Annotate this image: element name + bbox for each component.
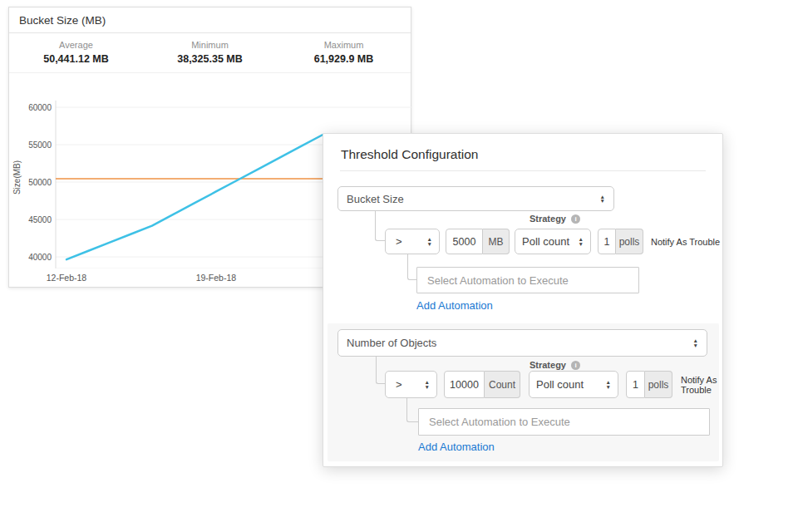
stat-label: Minimum	[143, 40, 277, 50]
strategy-label-row: Strategy i	[337, 213, 580, 224]
screen: Bucket Size (MB) Average 50,441.12 MB Mi…	[0, 0, 798, 532]
select-spinner-icon: ▲▼	[425, 380, 430, 389]
select-automation-field[interactable]: Select Automation to Execute	[416, 267, 639, 293]
chart-stats-row: Average 50,441.12 MB Minimum 38,325.35 M…	[9, 33, 411, 73]
stat-label: Maximum	[277, 40, 411, 50]
select-spinner-icon: ▲▼	[427, 237, 432, 246]
tree-connector	[407, 254, 416, 280]
x-tick-label: 19-Feb-18	[183, 273, 249, 283]
info-icon[interactable]: i	[571, 214, 580, 224]
operator-select[interactable]: > ▲▼	[385, 371, 437, 398]
x-tick-label: 12-Feb-18	[33, 273, 100, 283]
automation-placeholder: Select Automation to Execute	[429, 416, 570, 428]
condition-row: > ▲▼ MB Poll count ▲▼ polls Notify As Tr…	[323, 229, 722, 254]
poll-count-input[interactable]	[626, 371, 645, 398]
divider	[340, 170, 706, 171]
poll-count-group: polls	[598, 229, 643, 254]
y-tick-label: 60000	[9, 103, 52, 112]
unit-addon: MB	[483, 229, 510, 254]
operator-value: >	[396, 378, 402, 391]
stat-value: 61,929.9 MB	[277, 53, 411, 65]
panel-title: Threshold Configuration	[341, 147, 478, 162]
y-tick-label: 45000	[9, 215, 52, 224]
stat-label: Average	[9, 40, 143, 50]
y-tick-label: 55000	[9, 140, 52, 150]
select-spinner-icon: ▲▼	[693, 338, 698, 347]
add-automation-link[interactable]: Add Automation	[416, 299, 493, 312]
polls-addon: polls	[616, 229, 643, 254]
select-automation-field[interactable]: Select Automation to Execute	[418, 408, 710, 436]
threshold-value-input[interactable]	[446, 229, 483, 254]
metric-select-bucket-size[interactable]: Bucket Size ▲▼	[337, 186, 614, 211]
strategy-select[interactable]: Poll count ▲▼	[515, 229, 591, 254]
strategy-value: Poll count	[522, 235, 569, 248]
unit-addon: Count	[485, 371, 520, 398]
info-icon[interactable]: i	[571, 361, 580, 370]
add-automation-link[interactable]: Add Automation	[418, 441, 495, 453]
strategy-label: Strategy	[530, 360, 566, 370]
select-spinner-icon: ▲▼	[579, 237, 584, 246]
polls-addon: polls	[645, 371, 672, 398]
strategy-label-row: Strategy i	[337, 359, 580, 371]
y-tick-label: 50000	[9, 178, 52, 187]
metric-select-value: Number of Objects	[347, 337, 436, 349]
y-tick-label: 40000	[9, 253, 52, 262]
strategy-value: Poll count	[536, 378, 584, 391]
poll-count-group: polls	[626, 371, 672, 398]
condition-row: > ▲▼ Count Poll count ▲▼ polls Notify As…	[323, 371, 722, 398]
metric-select-number-of-objects[interactable]: Number of Objects ▲▼	[337, 329, 707, 357]
automation-placeholder: Select Automation to Execute	[427, 274, 569, 287]
stat-maximum: Maximum 61,929.9 MB	[277, 40, 411, 65]
stat-value: 38,325.35 MB	[143, 53, 277, 65]
stat-average: Average 50,441.12 MB	[9, 40, 143, 65]
select-spinner-icon: ▲▼	[600, 195, 605, 204]
operator-select[interactable]: > ▲▼	[385, 229, 440, 254]
notify-as-trouble-label: Notify As Trouble	[681, 371, 722, 398]
threshold-configuration-panel: Threshold Configuration Bucket Size ▲▼ S…	[323, 133, 723, 467]
poll-count-input[interactable]	[598, 229, 616, 254]
stat-value: 50,441.12 MB	[9, 53, 143, 65]
stat-minimum: Minimum 38,325.35 MB	[143, 40, 277, 65]
notify-as-trouble-label: Notify As Trouble	[651, 229, 720, 254]
metric-select-value: Bucket Size	[347, 193, 404, 205]
chart-title: Bucket Size (MB)	[9, 7, 411, 33]
threshold-value-group: Count	[444, 371, 520, 398]
strategy-label: Strategy	[530, 214, 566, 224]
operator-value: >	[396, 235, 402, 248]
tree-connector	[406, 398, 418, 422]
select-spinner-icon: ▲▼	[606, 380, 611, 389]
threshold-value-group: MB	[446, 229, 510, 254]
threshold-value-input[interactable]	[444, 371, 485, 398]
strategy-select[interactable]: Poll count ▲▼	[529, 371, 618, 398]
